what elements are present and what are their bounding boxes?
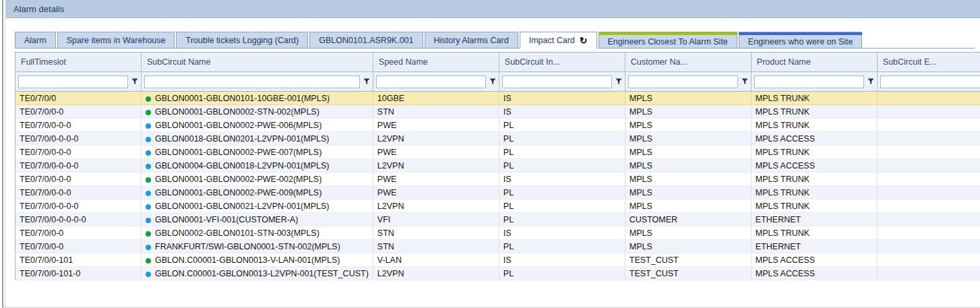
column-header-speed-name[interactable]: Speed Name — [373, 53, 499, 72]
column-header-product-name[interactable]: Product Name — [751, 53, 877, 72]
table-row[interactable]: TE0/7/0/0-0GBLON0001-GBLON0002-STN-002(M… — [16, 105, 980, 119]
cell-speed: PWE — [373, 146, 499, 159]
column-header-customer-na[interactable]: Customer Na... — [625, 53, 751, 72]
filter-cell-fulltimeslot — [16, 72, 142, 92]
column-header-fulltimeslot[interactable]: FullTimeslot — [16, 53, 142, 72]
table-row[interactable]: TE0/7/0/0GBLON0001-GBLON0101-10GBE-001(M… — [16, 92, 980, 105]
cell-text: MPLS TRUNK — [756, 121, 809, 130]
filter-input-fulltimeslot[interactable] — [18, 75, 128, 88]
tab-impact-card[interactable]: Impact Card↻ — [520, 32, 597, 49]
tab-history-alarms-card[interactable]: History Alarms Card — [425, 32, 518, 48]
table-row[interactable]: TE0/7/0/0-0-0-0GBLON0004-GBLON0018-L2VPN… — [16, 159, 980, 173]
cell-customer: MPLS — [625, 159, 751, 173]
filter-funnel-icon[interactable] — [615, 78, 622, 85]
tab-label: Engineers Closest To Alarm Site — [608, 37, 728, 47]
cell-speed: STN — [373, 226, 499, 240]
cell-subcircuit-e — [877, 146, 980, 159]
cell-text: GBLON0001-GBLON0002-PWE-009(MPLS) — [155, 188, 321, 197]
status-dot-blue — [146, 272, 151, 277]
cell-text: MPLS — [630, 161, 652, 171]
filter-funnel-icon[interactable] — [131, 78, 138, 85]
column-header-subcircuit-name[interactable]: SubCircuit Name — [142, 53, 373, 72]
filter-funnel-icon[interactable] — [363, 78, 370, 85]
cell-text: IS — [503, 228, 512, 238]
filter-input-subcircuit-name[interactable] — [144, 75, 360, 88]
panel-title: Alarm details — [13, 4, 64, 14]
cell-text: TE0/7/0/0-0 — [20, 242, 63, 251]
tab-alarm[interactable]: Alarm — [15, 32, 56, 48]
cell-subcircuit: GBLON0018-GBLON0201-L2VPN-001(MPLS) — [142, 132, 373, 146]
cell-product: MPLS TRUNK — [751, 199, 877, 213]
cell-text: GBLON0002-GBLON0101-STN-003(MPLS) — [155, 228, 319, 238]
cell-instance: PL — [499, 267, 625, 280]
table-row[interactable]: TE0/7/0/0-0-0-0-0GBLON0001-VFI-001(CUSTO… — [16, 213, 980, 226]
cell-subcircuit: GBLON0001-GBLON0002-STN-002(MPLS) — [142, 105, 373, 119]
cell-fulltimeslot: TE0/7/0/0-0-0 — [16, 119, 142, 132]
cell-customer: CUSTOMER — [625, 213, 751, 226]
cell-product: MPLS ACCESS — [751, 132, 877, 146]
cell-text: MPLS — [630, 107, 652, 117]
cell-subcircuit-e — [877, 226, 980, 240]
cell-product: MPLS ACCESS — [751, 253, 877, 267]
cell-text: PL — [503, 242, 514, 251]
tab-engineers-who-were-on-site[interactable]: Engineers who were on Site — [739, 32, 863, 48]
filter-input-product-name[interactable] — [754, 75, 864, 88]
cell-fulltimeslot: TE0/7/0/0-0-0-0 — [16, 199, 142, 213]
table-row[interactable]: TE0/7/0/0-0GBLON0002-GBLON0101-STN-003(M… — [16, 226, 980, 240]
cell-product: MPLS ACCESS — [751, 159, 877, 173]
cell-speed: L2VPN — [373, 267, 499, 280]
cell-subcircuit-e — [877, 199, 980, 213]
tab-accent-bar — [739, 32, 863, 35]
cell-instance: IS — [499, 226, 625, 240]
tab-strip: AlarmSpare items in WarehouseTrouble tic… — [15, 32, 975, 49]
tab-trouble-tickets-logging-card[interactable]: Trouble tickets Logging (Card) — [176, 32, 308, 48]
filter-input-customer-na[interactable] — [628, 75, 738, 88]
cell-instance: IS — [499, 92, 625, 105]
column-header-subcircuit-in[interactable]: SubCircuit In... — [499, 53, 625, 72]
column-header-subcircuit-e[interactable]: SubCircuit E... — [877, 53, 980, 72]
cell-text: V-LAN — [377, 255, 402, 265]
filter-input-subcircuit-e[interactable] — [880, 75, 980, 88]
table-row[interactable]: TE0/7/0/0-0-0GBLON0001-GBLON0002-PWE-009… — [16, 186, 980, 199]
cell-text: PWE — [377, 175, 396, 184]
cell-fulltimeslot: TE0/7/0/0-0-0-0 — [16, 159, 142, 173]
status-dot-blue — [146, 164, 151, 169]
impact-card-table: FullTimeslotSubCircuit NameSpeed NameSub… — [15, 52, 980, 280]
cell-product: MPLS TRUNK — [751, 173, 877, 186]
cell-subcircuit: GBLON0001-GBLON0002-PWE-009(MPLS) — [142, 186, 373, 199]
cell-text: GBLON0001-GBLON0002-PWE-002(MPLS) — [155, 175, 321, 184]
cell-text: TE0/7/0/0-0 — [20, 107, 63, 117]
cell-text: GBLON0001-VFI-001(CUSTOMER-A) — [155, 215, 298, 224]
cell-text: TE0/7/0/0-0-0-0 — [20, 202, 79, 211]
filter-input-speed-name[interactable] — [376, 75, 486, 88]
cell-subcircuit-e — [877, 253, 980, 267]
cell-text: PL — [503, 121, 514, 130]
cell-speed: PWE — [373, 186, 499, 199]
tab-engineers-closest-to-alarm-site[interactable]: Engineers Closest To Alarm Site — [599, 32, 737, 48]
table-row[interactable]: TE0/7/0/0-0-0-0GBLON0018-GBLON0201-L2VPN… — [16, 132, 980, 146]
cell-speed: V-LAN — [373, 253, 499, 267]
filter-row — [16, 72, 980, 92]
cell-text: MPLS ACCESS — [756, 269, 815, 278]
filter-input-subcircuit-in[interactable] — [502, 75, 612, 88]
table-row[interactable]: TE0/7/0/0-0-0GBLON0001-GBLON0002-PWE-007… — [16, 146, 980, 159]
filter-control — [754, 75, 874, 88]
cell-text: L2VPN — [377, 202, 404, 211]
table-row[interactable]: TE0/7/0/0-0-0GBLON0001-GBLON0002-PWE-006… — [16, 119, 980, 132]
refresh-icon[interactable]: ↻ — [580, 36, 588, 45]
cell-text: IS — [503, 94, 512, 103]
status-dot-green — [146, 258, 151, 264]
filter-funnel-icon[interactable] — [867, 78, 874, 85]
cell-instance: PL — [499, 132, 625, 146]
table-row[interactable]: TE0/7/0/0-0-0-0GBLON0001-GBLON0021-L2VPN… — [16, 199, 980, 213]
table-row[interactable]: TE0/7/0/0-0FRANKFURT/SWI-GBLON0001-STN-0… — [16, 240, 980, 253]
table-row[interactable]: TE0/7/0/0-101GBLON.C00001-GBLON0013-V-LA… — [16, 253, 980, 267]
cell-fulltimeslot: TE0/7/0/0 — [16, 92, 142, 105]
table-row[interactable]: TE0/7/0/0-101-0GBLON.C00001-GBLON0013-L2… — [16, 267, 980, 280]
tab-gblon0101-asr9k-001[interactable]: GBLON0101.ASR9K.001 — [309, 32, 423, 48]
filter-funnel-icon[interactable] — [741, 78, 748, 85]
tab-spare-items-in-warehouse[interactable]: Spare items in Warehouse — [57, 32, 175, 48]
filter-funnel-icon[interactable] — [489, 78, 496, 85]
table-row[interactable]: TE0/7/0/0-0-0GBLON0001-GBLON0002-PWE-002… — [16, 173, 980, 186]
status-dot-blue — [146, 123, 151, 129]
